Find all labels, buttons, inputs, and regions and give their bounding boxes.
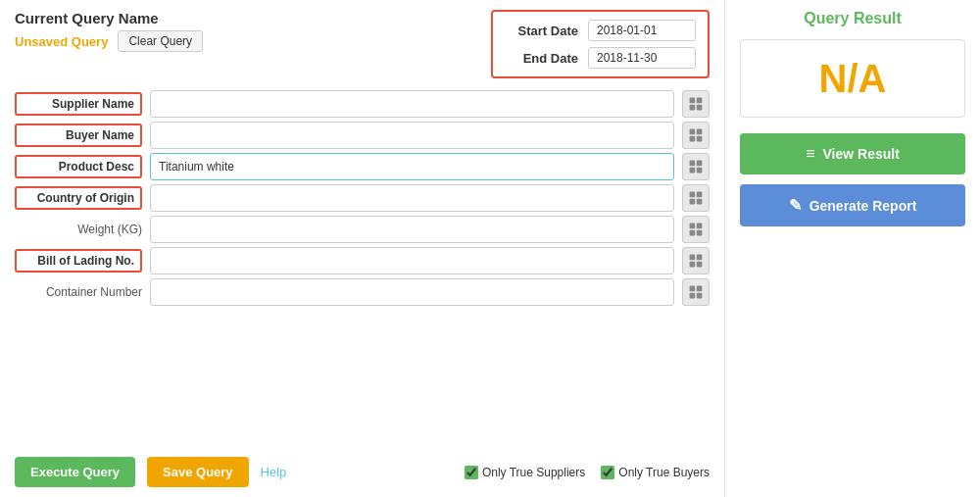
field-row-0: Supplier Name bbox=[15, 90, 710, 118]
field-expand-icon-5[interactable] bbox=[682, 247, 710, 274]
result-box: N/A bbox=[740, 39, 965, 118]
list-icon: ≡ bbox=[806, 145, 814, 163]
field-row-1: Buyer Name bbox=[15, 122, 710, 149]
unsaved-label: Unsaved Query bbox=[15, 34, 108, 49]
query-result-label: Query Result bbox=[740, 10, 965, 27]
only-true-suppliers-checkbox[interactable] bbox=[465, 466, 478, 479]
end-date-label: End Date bbox=[505, 51, 578, 66]
unsaved-row: Unsaved Query Clear Query bbox=[15, 30, 203, 52]
header-row: Current Query Name Unsaved Query Clear Q… bbox=[15, 10, 710, 78]
clear-query-button[interactable]: Clear Query bbox=[118, 30, 203, 52]
report-icon: ✎ bbox=[789, 196, 802, 215]
field-row-5: Bill of Lading No. bbox=[15, 247, 710, 274]
only-true-buyers-label[interactable]: Only True Buyers bbox=[601, 466, 710, 479]
svg-rect-3 bbox=[697, 105, 703, 111]
current-query-section: Current Query Name Unsaved Query Clear Q… bbox=[15, 10, 203, 52]
field-input-5[interactable] bbox=[150, 247, 674, 274]
svg-rect-17 bbox=[697, 224, 703, 229]
start-date-row: Start Date bbox=[505, 20, 696, 41]
end-date-input[interactable] bbox=[588, 47, 696, 69]
view-result-button[interactable]: ≡ View Result bbox=[740, 133, 965, 174]
svg-rect-5 bbox=[697, 129, 703, 135]
help-link[interactable]: Help bbox=[261, 465, 287, 479]
field-row-2: Product Desc bbox=[15, 153, 710, 180]
svg-rect-22 bbox=[690, 262, 696, 268]
field-input-2[interactable] bbox=[150, 153, 674, 180]
field-expand-icon-4[interactable] bbox=[682, 216, 710, 243]
svg-rect-25 bbox=[697, 286, 703, 292]
field-label-2: Product Desc bbox=[15, 155, 142, 178]
current-query-label: Current Query Name bbox=[15, 10, 203, 26]
svg-rect-4 bbox=[690, 129, 696, 135]
svg-rect-19 bbox=[697, 230, 703, 236]
field-label-0: Supplier Name bbox=[15, 92, 142, 116]
svg-rect-1 bbox=[697, 98, 703, 104]
svg-rect-10 bbox=[690, 168, 696, 174]
right-panel: Query Result N/A ≡ View Result ✎ Generat… bbox=[725, 0, 980, 497]
date-section: Start Date End Date bbox=[491, 10, 710, 78]
na-text: N/A bbox=[819, 57, 887, 101]
field-label-4: Weight (KG) bbox=[15, 223, 142, 236]
field-label-6: Container Number bbox=[15, 285, 142, 299]
svg-rect-13 bbox=[697, 192, 703, 198]
svg-rect-9 bbox=[697, 161, 703, 167]
only-true-buyers-text: Only True Buyers bbox=[618, 466, 710, 479]
view-result-label: View Result bbox=[823, 146, 900, 162]
field-input-1[interactable] bbox=[150, 122, 674, 149]
field-input-4[interactable] bbox=[150, 216, 674, 243]
field-input-6[interactable] bbox=[150, 278, 674, 306]
bottom-actions: Execute Query Save Query Help Only True … bbox=[15, 451, 710, 487]
svg-rect-26 bbox=[690, 293, 696, 299]
field-input-0[interactable] bbox=[150, 90, 674, 118]
svg-rect-27 bbox=[697, 293, 703, 299]
only-true-suppliers-text: Only True Suppliers bbox=[482, 466, 585, 479]
field-row-6: Container Number bbox=[15, 278, 710, 306]
end-date-row: End Date bbox=[505, 47, 696, 69]
only-true-suppliers-label[interactable]: Only True Suppliers bbox=[465, 466, 585, 479]
svg-rect-0 bbox=[690, 98, 696, 104]
svg-rect-6 bbox=[690, 136, 696, 142]
svg-rect-12 bbox=[690, 192, 696, 198]
svg-rect-18 bbox=[690, 230, 696, 236]
field-expand-icon-2[interactable] bbox=[682, 153, 710, 180]
fields-container: Supplier Name Buyer Name Product Desc Co… bbox=[15, 90, 710, 443]
field-label-1: Buyer Name bbox=[15, 124, 142, 147]
field-expand-icon-1[interactable] bbox=[682, 122, 710, 149]
start-date-input[interactable] bbox=[588, 20, 696, 41]
svg-rect-7 bbox=[697, 136, 703, 142]
svg-rect-24 bbox=[690, 286, 696, 292]
execute-query-button[interactable]: Execute Query bbox=[15, 457, 135, 487]
svg-rect-20 bbox=[690, 255, 696, 261]
svg-rect-21 bbox=[697, 255, 703, 261]
svg-rect-11 bbox=[697, 168, 703, 174]
field-row-4: Weight (KG) bbox=[15, 216, 710, 243]
svg-rect-23 bbox=[697, 262, 703, 268]
svg-rect-16 bbox=[690, 224, 696, 229]
left-panel: Current Query Name Unsaved Query Clear Q… bbox=[0, 0, 725, 497]
svg-rect-15 bbox=[697, 199, 703, 205]
svg-rect-2 bbox=[690, 105, 696, 111]
svg-rect-14 bbox=[690, 199, 696, 205]
field-row-3: Country of Origin bbox=[15, 184, 710, 212]
field-expand-icon-0[interactable] bbox=[682, 90, 710, 118]
field-expand-icon-6[interactable] bbox=[682, 278, 710, 306]
start-date-label: Start Date bbox=[505, 24, 578, 38]
save-query-button[interactable]: Save Query bbox=[147, 457, 249, 487]
checkbox-group: Only True Suppliers Only True Buyers bbox=[465, 466, 710, 479]
field-label-3: Country of Origin bbox=[15, 186, 142, 210]
generate-report-label: Generate Report bbox=[809, 198, 917, 214]
svg-rect-8 bbox=[690, 161, 696, 167]
generate-report-button[interactable]: ✎ Generate Report bbox=[740, 184, 965, 226]
only-true-buyers-checkbox[interactable] bbox=[601, 466, 614, 479]
field-input-3[interactable] bbox=[150, 184, 674, 212]
field-label-5: Bill of Lading No. bbox=[15, 249, 142, 273]
field-expand-icon-3[interactable] bbox=[682, 184, 710, 212]
